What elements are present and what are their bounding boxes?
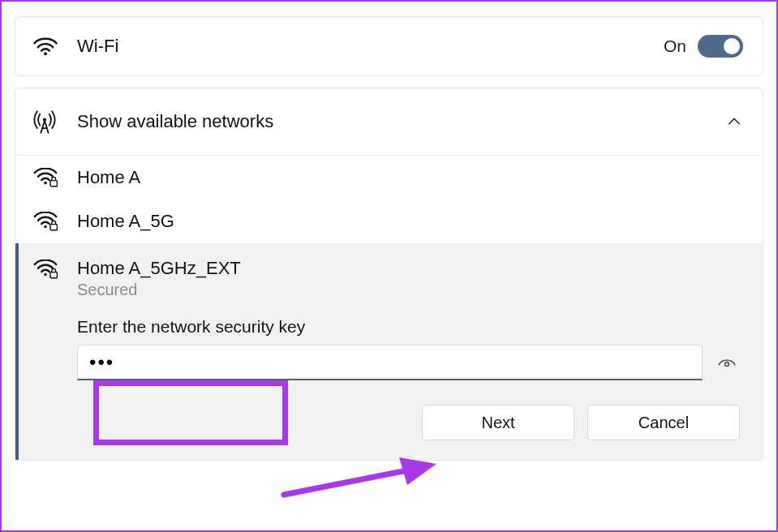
svg-point-8 <box>725 363 729 367</box>
wifi-secured-icon <box>33 212 64 231</box>
available-networks-section: Show available networks Home A <box>15 88 763 461</box>
wifi-icon <box>33 37 64 55</box>
antenna-icon <box>33 109 64 134</box>
svg-point-0 <box>44 52 47 55</box>
svg-rect-5 <box>50 225 57 230</box>
network-item[interactable]: Home A <box>15 156 763 200</box>
wifi-toggle[interactable] <box>698 35 743 58</box>
password-input[interactable] <box>89 351 690 374</box>
network-item[interactable]: Home A_5G <box>15 200 763 243</box>
network-name: Home A_5G <box>64 211 174 232</box>
wifi-status-label: On <box>664 36 686 56</box>
password-field-wrapper <box>77 345 703 380</box>
svg-point-4 <box>44 225 47 229</box>
show-available-networks-header[interactable]: Show available networks <box>15 88 763 156</box>
available-networks-title: Show available networks <box>64 111 727 132</box>
network-name: Home A <box>64 167 140 188</box>
password-prompt: Enter the network security key <box>77 317 743 337</box>
svg-line-9 <box>284 470 407 495</box>
svg-rect-7 <box>50 272 57 278</box>
wifi-toggle-section[interactable]: Wi-Fi On <box>15 16 763 76</box>
selected-network-status: Secured <box>77 281 743 299</box>
wifi-secured-icon <box>33 258 64 279</box>
wifi-title: Wi-Fi <box>64 36 664 57</box>
wifi-secured-icon <box>33 168 64 187</box>
network-item-selected: Home A_5GHz_EXT Secured Enter the networ… <box>15 243 763 460</box>
svg-rect-3 <box>50 181 57 187</box>
svg-point-6 <box>44 273 47 277</box>
cancel-button[interactable]: Cancel <box>587 405 740 440</box>
svg-point-2 <box>44 182 47 185</box>
selected-network-name: Home A_5GHz_EXT <box>77 258 743 279</box>
chevron-up-icon <box>727 114 741 129</box>
svg-marker-10 <box>399 457 436 485</box>
reveal-password-button[interactable] <box>712 348 741 377</box>
annotation-arrow-icon <box>277 453 440 509</box>
next-button[interactable]: Next <box>422 405 574 440</box>
